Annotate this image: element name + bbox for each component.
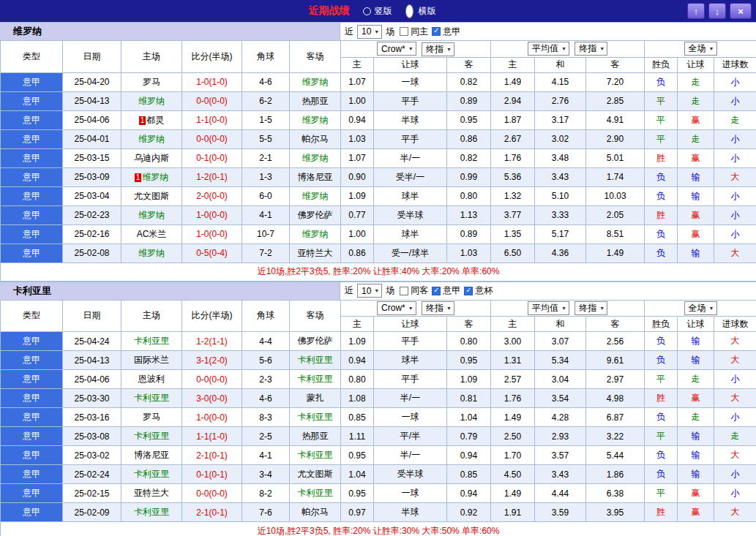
euro-index-select[interactable]: 终指▼ — [575, 301, 607, 315]
league-cell: 意甲 — [1, 351, 63, 370]
result-goals-cell: 小 — [714, 370, 756, 389]
match-row: 意甲25-02-15亚特兰大0-0(0-0)8-2卡利亚里0.95一球0.941… — [1, 484, 756, 503]
handicap-line-cell: 半/一 — [374, 446, 447, 465]
result-wdl-cell: 平 — [645, 91, 678, 110]
subcol-result-wdl: 胜负 — [645, 57, 678, 72]
section-header: 卡利亚里 近 10▼ 场 同客意甲意杯 — [0, 282, 756, 300]
away-team-cell: 维罗纳 — [290, 224, 341, 244]
avg-home-odds-cell: 1.49 — [491, 72, 535, 91]
result-wdl-cell: 负 — [645, 351, 678, 370]
score-cell: 0-1(0-0) — [182, 148, 242, 167]
result-handicap-cell: 赢 — [678, 110, 714, 129]
bookmaker-select[interactable]: Crow*▼ — [377, 301, 416, 315]
result-wdl-cell: 负 — [645, 332, 678, 351]
away-team-cell: 佛罗伦萨 — [290, 332, 341, 351]
avg-away-odds-cell: 5.44 — [586, 446, 645, 465]
home-team-cell: 卡利亚里 — [121, 427, 182, 446]
close-button[interactable]: × — [730, 3, 752, 19]
score-cell: 0-0(0-0) — [182, 129, 242, 148]
avg-draw-odds-cell: 3.17 — [535, 110, 586, 129]
result-goals-cell: 小 — [714, 408, 756, 427]
subcol-result-goals: 进球数 — [714, 57, 756, 72]
checkbox-icon[interactable] — [400, 287, 408, 295]
home-team-cell: 维罗纳 — [121, 244, 182, 263]
down-arrow-icon: ↓ — [715, 6, 720, 17]
subcol-result-handicap: 让球 — [678, 57, 714, 72]
date-cell: 25-03-09 — [63, 167, 121, 186]
result-handicap-cell: 输 — [678, 186, 714, 205]
competition-filter-checkbox[interactable]: 意甲 — [432, 26, 460, 38]
date-cell: 25-04-06 — [63, 110, 121, 129]
avg-away-odds-cell: 5.01 — [586, 148, 645, 167]
col-away: 客场 — [290, 41, 341, 73]
handicap-home-odds-cell: 1.11 — [341, 427, 374, 446]
move-down-button[interactable]: ↓ — [708, 3, 726, 19]
same-venue-checkbox[interactable]: 同客 — [400, 284, 428, 297]
match-count-select[interactable]: 10▼ — [357, 284, 382, 298]
home-team-cell: 维罗纳 — [121, 129, 182, 148]
score-cell: 0-0(0-0) — [182, 91, 242, 110]
subcol-result-goals: 进球数 — [714, 317, 756, 332]
checkbox-label: 意甲 — [443, 26, 460, 38]
result-goals-cell: 小 — [714, 91, 756, 110]
date-cell: 25-02-09 — [63, 503, 121, 522]
same-venue-checkbox[interactable]: 同主 — [400, 26, 428, 38]
handicap-home-odds-cell: 1.09 — [341, 186, 374, 205]
bookmaker-select[interactable]: Crow*▼ — [377, 42, 416, 56]
competition-filter-checkbox[interactable]: 意甲 — [432, 284, 460, 297]
handicap-home-odds-cell: 0.90 — [341, 167, 374, 186]
euro-index-select-value: 终指 — [579, 42, 596, 55]
handicap-line-cell: 受半球 — [374, 465, 447, 484]
handicap-away-odds-cell: 1.04 — [447, 408, 491, 427]
fulltime-select[interactable]: 全场▼ — [684, 42, 717, 56]
match-row: 意甲25-04-13国际米兰3-1(2-0)5-6卡利亚里0.94球半0.951… — [1, 351, 756, 370]
result-wdl-cell: 平 — [645, 110, 678, 129]
layout-radio-horizontal[interactable]: 横版 — [404, 4, 436, 18]
handicap-away-odds-cell: 0.92 — [447, 503, 491, 522]
team-name: 尤文图斯 — [298, 469, 333, 479]
handicap-index-select[interactable]: 终指▼ — [422, 42, 454, 56]
match-count-value: 10 — [362, 286, 371, 296]
match-row: 意甲25-03-16罗马1-0(0-0)8-3卡利亚里0.85一球1.041.4… — [1, 408, 756, 427]
radio-icon[interactable] — [363, 7, 371, 15]
score-cell: 0-0(0-0) — [182, 484, 242, 503]
team-name: 卡利亚里 — [298, 488, 333, 498]
fulltime-select[interactable]: 全场▼ — [684, 301, 717, 315]
table-header: 类型 日期 主场 比分(半场) 角球 客场 Crow*▼ 终指▼ 平均值▼ 终指… — [1, 300, 756, 332]
avg-away-odds-cell: 2.90 — [586, 129, 645, 148]
handicap-index-select[interactable]: 终指▼ — [422, 301, 454, 315]
result-handicap-cell: 赢 — [678, 503, 714, 522]
handicap-line-cell: 半球 — [374, 110, 447, 129]
chevron-down-icon: ▼ — [408, 46, 413, 51]
handicap-home-odds-cell: 1.03 — [341, 129, 374, 148]
euro-index-select[interactable]: 终指▼ — [575, 42, 607, 56]
checkbox-icon[interactable] — [464, 287, 473, 295]
match-count-select[interactable]: 10▼ — [357, 25, 382, 39]
handicap-line-cell: 平手 — [374, 332, 447, 351]
average-select-value: 平均值 — [532, 42, 558, 55]
result-goals-cell: 走 — [714, 110, 756, 129]
result-goals-cell: 大 — [714, 503, 756, 522]
move-up-button[interactable]: ↑ — [687, 3, 705, 19]
result-handicap-cell: 输 — [678, 446, 714, 465]
average-select[interactable]: 平均值▼ — [528, 301, 569, 315]
checkbox-icon[interactable] — [432, 27, 441, 36]
handicap-away-odds-cell: 0.94 — [447, 446, 491, 465]
layout-radio-vertical[interactable]: 竖版 — [363, 5, 392, 18]
handicap-home-odds-cell: 1.04 — [341, 465, 374, 484]
average-select[interactable]: 平均值▼ — [528, 42, 569, 56]
titlebar-buttons: ↑ ↓ × — [687, 3, 752, 19]
radio-selected-icon[interactable] — [405, 4, 413, 18]
result-goals-cell: 小 — [714, 465, 756, 484]
avg-away-odds-cell: 2.85 — [586, 91, 645, 110]
league-cell: 意甲 — [1, 427, 63, 446]
score-cell: 1-0(1-0) — [182, 72, 242, 91]
checkbox-icon[interactable] — [400, 27, 408, 36]
handicap-home-odds-cell: 1.00 — [341, 224, 374, 244]
match-row: 意甲25-03-08卡利亚里1-1(1-0)2-5热那亚1.11平/半0.792… — [1, 427, 756, 446]
checkbox-icon[interactable] — [432, 287, 441, 295]
competition-filter-checkbox[interactable]: 意杯 — [464, 284, 493, 297]
handicap-away-odds-cell: 0.89 — [447, 224, 491, 244]
subcol-avg-draw: 和 — [535, 317, 586, 332]
home-team-cell: 卡利亚里 — [121, 332, 182, 351]
